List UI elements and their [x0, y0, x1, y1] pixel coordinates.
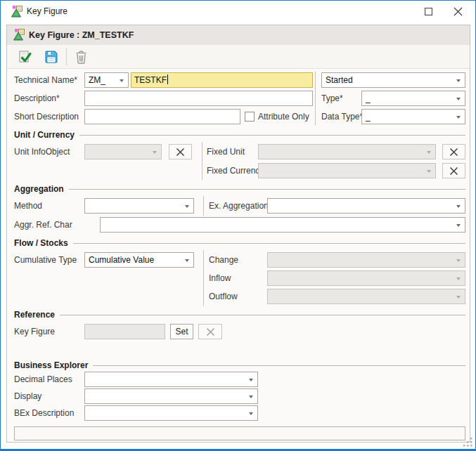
chevron-down-icon — [456, 259, 461, 262]
fixed-currency-label: Fixed Currency — [207, 163, 264, 178]
key-figure-icon — [13, 29, 25, 41]
section-title: Reference — [14, 310, 55, 320]
reference-clear-button — [198, 324, 222, 339]
change-label: Change — [209, 252, 238, 268]
technical-name-value: TESTKF — [134, 75, 167, 85]
toolbar-separator — [66, 48, 67, 65]
data-type-combo[interactable]: _ — [361, 109, 465, 124]
chevron-down-icon — [456, 116, 461, 119]
chevron-down-icon — [120, 79, 124, 82]
type-label: Type* — [321, 91, 343, 106]
clear-x-icon — [449, 167, 458, 175]
section-rule — [79, 135, 465, 136]
clear-x-icon — [176, 148, 185, 156]
cumulative-type-label: Cumulative Type — [14, 252, 77, 268]
fixed-currency-clear-button[interactable] — [442, 163, 465, 178]
maximize-button[interactable] — [414, 1, 442, 22]
type-combo[interactable]: _ — [361, 91, 465, 106]
delete-button[interactable] — [73, 49, 89, 65]
reference-key-figure-label: Key Figure — [14, 324, 55, 339]
maximize-icon — [425, 8, 432, 15]
ex-aggregation-label: Ex. Aggregation — [209, 198, 269, 214]
flow-stocks-divider — [203, 250, 204, 306]
resize-grip[interactable] — [463, 437, 473, 447]
attribute-only-checkbox[interactable] — [245, 112, 255, 122]
chevron-down-icon — [456, 277, 461, 280]
technical-name-input[interactable]: TESTKF — [131, 72, 313, 88]
short-description-input[interactable] — [84, 109, 240, 124]
display-combo[interactable] — [84, 388, 258, 404]
close-button[interactable] — [444, 1, 472, 22]
unit-infoobject-clear-button[interactable] — [169, 144, 192, 159]
chevron-down-icon — [185, 205, 189, 208]
inflow-label: Inflow — [209, 270, 231, 286]
fixed-currency-combo — [258, 163, 436, 178]
key-figure-icon — [11, 6, 22, 18]
section-business-explorer: Business Explorer — [14, 360, 465, 371]
description-input[interactable] — [84, 91, 313, 106]
unit-infoobject-combo — [84, 144, 162, 159]
chevron-down-icon — [456, 224, 461, 227]
fixed-unit-label: Fixed Unit — [207, 144, 245, 159]
cumulative-type-combo[interactable]: Cumulative Value — [84, 252, 194, 268]
object-status-combo[interactable]: Started — [321, 72, 465, 88]
short-description-label: Short Description — [14, 109, 79, 124]
fixed-unit-clear-button[interactable] — [442, 144, 465, 159]
bex-description-label: BEx Description — [14, 405, 74, 421]
trash-icon — [75, 50, 88, 64]
data-type-value: _ — [366, 112, 371, 122]
fixed-unit-combo — [258, 144, 436, 159]
aggr-ref-char-combo[interactable] — [100, 217, 465, 233]
data-type-label: Data Type* — [321, 109, 363, 124]
aggr-ref-char-label: Aggr. Ref. Char — [14, 217, 72, 233]
display-label: Display — [14, 388, 41, 404]
chevron-down-icon — [249, 412, 253, 415]
title-bar: Key Figure — [1, 1, 475, 22]
section-rule — [69, 189, 465, 190]
method-combo[interactable] — [84, 198, 194, 214]
chevron-down-icon — [456, 205, 461, 208]
validate-check-icon — [18, 50, 32, 65]
technical-name-label: Technical Name* — [14, 72, 77, 88]
section-rule — [93, 365, 465, 366]
bex-description-combo[interactable] — [84, 405, 258, 421]
method-label: Method — [14, 198, 42, 214]
unit-section-divider — [202, 142, 202, 180]
change-combo — [267, 252, 465, 268]
section-rule — [73, 243, 465, 244]
decimal-places-label: Decimal Places — [14, 372, 72, 387]
panel-header: Key Figure : ZM_TESTKF — [7, 25, 470, 45]
chevron-down-icon — [456, 98, 461, 100]
status-message-box — [14, 426, 465, 440]
decimal-places-combo[interactable] — [84, 372, 258, 387]
section-unit-currency: Unit / Currency — [14, 129, 465, 140]
aggregation-divider — [203, 196, 204, 216]
description-label: Description* — [14, 91, 60, 106]
section-rule — [60, 315, 465, 315]
window-title: Key Figure — [27, 1, 67, 22]
chevron-down-icon — [249, 379, 253, 381]
clear-x-icon — [206, 328, 215, 336]
close-icon — [454, 7, 463, 16]
section-flow-stocks: Flow / Stocks — [14, 237, 465, 249]
attribute-only-label: Attribute Only — [258, 109, 309, 124]
section-title: Aggregation — [14, 184, 64, 194]
column-divider — [315, 72, 316, 125]
save-button[interactable] — [44, 49, 59, 65]
type-value: _ — [366, 93, 371, 103]
clear-x-icon — [449, 148, 458, 156]
chevron-down-icon — [185, 259, 189, 262]
main-panel: Key Figure : ZM_TESTKF — [6, 25, 470, 443]
toolbar — [7, 45, 470, 69]
object-status-value: Started — [326, 75, 353, 85]
unit-infoobject-label: Unit InfoObject — [14, 144, 70, 159]
validate-button[interactable] — [17, 49, 32, 65]
set-button[interactable]: Set — [170, 324, 193, 339]
text-cursor — [167, 74, 168, 84]
ex-aggregation-combo[interactable] — [267, 198, 465, 214]
outflow-label: Outflow — [209, 289, 238, 304]
inflow-combo — [267, 270, 465, 286]
cumulative-type-value: Cumulative Value — [89, 255, 154, 265]
technical-name-prefix-combo[interactable]: ZM_ — [84, 72, 129, 88]
chevron-down-icon — [427, 151, 431, 154]
